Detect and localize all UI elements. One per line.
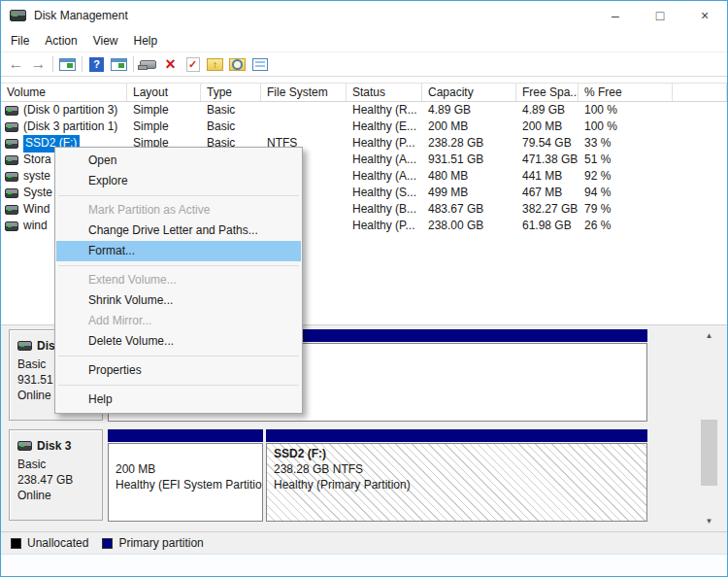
volume-name: (Disk 0 partition 3) (23, 102, 117, 119)
legend-item: Unallocated (11, 536, 88, 550)
menu-item-help[interactable]: Help (56, 390, 301, 410)
menu-item-change-drive-letter-and-paths[interactable]: Change Drive Letter and Paths... (56, 221, 301, 241)
console-button[interactable] (137, 53, 159, 75)
volume-pct: 100 % (579, 102, 673, 119)
check-button[interactable]: ✓ (182, 53, 204, 75)
legend-swatch (102, 538, 113, 549)
partition-title (116, 446, 262, 461)
column-header-layout[interactable]: Layout (127, 84, 201, 101)
partition-line: 200 MB (116, 461, 262, 477)
partition-color-bar (266, 429, 647, 442)
explore-folder-button[interactable] (226, 53, 248, 75)
forward-button[interactable]: → (27, 53, 50, 75)
menu-item-shrink-volume[interactable]: Shrink Volume... (56, 290, 301, 311)
legend: UnallocatedPrimary partition (1, 531, 727, 554)
volume-pct: 79 % (579, 201, 673, 218)
toolbar: ←→?×✓↑ (1, 51, 727, 77)
column-header-filler (673, 84, 727, 101)
volume-capacity: 480 MB (422, 168, 516, 185)
partition[interactable]: SSD2 (F:)238.28 GB NTFSHealthy (Primary … (266, 429, 647, 521)
show-console-tree-button[interactable] (56, 53, 79, 75)
disk-title: Disk 3 (17, 439, 102, 453)
volume-status: Healthy (S... (347, 185, 422, 201)
volume-status: Healthy (P... (347, 218, 422, 234)
volume-icon (5, 122, 18, 132)
menu-item-format[interactable]: Format... (56, 241, 301, 261)
partition-body: 200 MBHealthy (EFI System Partition) (108, 443, 263, 522)
partition[interactable]: 200 MBHealthy (EFI System Partition) (108, 429, 263, 521)
volume-type: Basic (201, 119, 261, 135)
partition-color-bar (108, 429, 263, 442)
export-list-button[interactable] (108, 53, 130, 75)
help-button[interactable]: ? (85, 53, 108, 75)
menu-file[interactable]: File (3, 30, 37, 51)
scrollbar-thumb[interactable] (701, 420, 717, 486)
menu-item-explore[interactable]: Explore (56, 171, 301, 191)
vertical-scrollbar[interactable]: ▲ ▼ (701, 327, 717, 529)
volume-layout: Simple (127, 119, 201, 135)
volume-icon (5, 205, 18, 215)
volume-row[interactable]: (Disk 3 partition 1)SimpleBasicHealthy (… (1, 119, 727, 135)
help-icon: ? (89, 57, 104, 72)
volume-free: 79.54 GB (516, 135, 579, 152)
disk-management-app-icon (10, 10, 26, 21)
legend-label: Unallocated (27, 536, 88, 550)
menu-view[interactable]: View (85, 30, 126, 51)
menu-item-add-mirror: Add Mirror... (56, 311, 301, 331)
disk-label[interactable]: Disk 3Basic238.47 GBOnline (9, 429, 103, 521)
window-controls: – □ × (593, 1, 727, 30)
volume-name: Syste (23, 185, 52, 201)
volume-name: wind (23, 218, 48, 234)
toolbar-separator (133, 56, 134, 72)
menu-item-properties[interactable]: Properties (56, 360, 301, 381)
open-folder-button[interactable]: ↑ (204, 53, 226, 75)
volume-row[interactable]: (Disk 0 partition 3)SimpleBasicHealthy (… (1, 102, 727, 119)
volume-capacity: 483.67 GB (422, 201, 516, 218)
close-icon[interactable]: × (682, 1, 727, 29)
context-menu: OpenExploreMark Partition as ActiveChang… (54, 147, 303, 414)
volume-pct: 92 % (579, 168, 673, 185)
minimize-icon[interactable]: – (593, 1, 638, 29)
disk-row: Disk 3Basic238.47 GBOnline200 MBHealthy … (9, 429, 688, 521)
menu-action[interactable]: Action (37, 30, 84, 51)
column-header-free-spa[interactable]: Free Spa... (516, 84, 579, 101)
volume-free: 4.89 GB (516, 102, 579, 119)
volume-status: Healthy (A... (347, 152, 422, 168)
menu-item-open[interactable]: Open (56, 151, 301, 171)
disk-name: Disk 3 (37, 439, 71, 453)
menu-help[interactable]: Help (126, 30, 166, 51)
column-header-free[interactable]: % Free (579, 84, 673, 101)
volume-pct: 26 % (579, 218, 673, 234)
disk-management-window: Disk Management – □ × FileActionViewHelp… (0, 0, 728, 577)
properties-button[interactable] (248, 53, 271, 75)
column-header-status[interactable]: Status (347, 84, 422, 101)
delete-button[interactable]: × (159, 53, 182, 75)
back-button[interactable]: ← (5, 53, 27, 75)
column-header-type[interactable]: Type (201, 84, 261, 101)
menu-item-delete-volume[interactable]: Delete Volume... (56, 331, 301, 352)
menu-separator (58, 356, 299, 356)
disk-icon (17, 441, 32, 451)
volume-icon (5, 188, 18, 198)
scroll-up-icon[interactable]: ▲ (701, 327, 717, 344)
menu-separator (58, 385, 299, 386)
check-icon: ✓ (186, 57, 200, 72)
column-header-volume[interactable]: Volume (1, 84, 127, 101)
partition-line: Healthy (EFI System Partition) (116, 477, 262, 492)
column-header-capacity[interactable]: Capacity (422, 84, 516, 101)
volume-free: 441 MB (516, 168, 579, 185)
legend-label: Primary partition (118, 536, 203, 550)
properties-icon (252, 58, 268, 71)
volume-free: 471.38 GB (516, 152, 579, 168)
column-header-file-system[interactable]: File System (261, 84, 347, 101)
maximize-icon[interactable]: □ (638, 1, 682, 29)
scroll-down-icon[interactable]: ▼ (701, 513, 717, 529)
volume-capacity: 238.28 GB (422, 135, 516, 152)
volume-name-cell: (Disk 3 partition 1) (1, 119, 127, 135)
status-bar (1, 554, 727, 576)
volume-pct: 100 % (579, 119, 673, 135)
volume-pct: 51 % (579, 152, 673, 168)
partitions: 200 MBHealthy (EFI System Partition)SSD2… (108, 429, 650, 521)
legend-swatch (11, 538, 21, 549)
volume-free: 200 MB (516, 119, 579, 135)
